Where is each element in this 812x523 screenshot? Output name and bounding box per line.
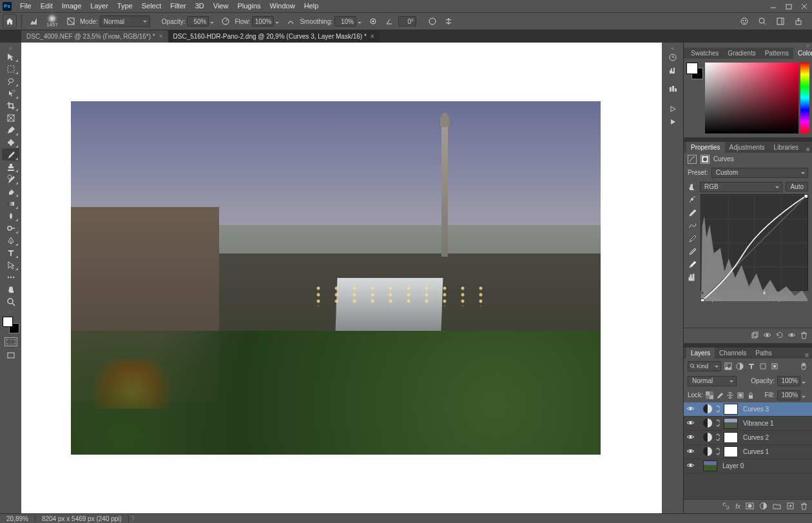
group-icon[interactable] (773, 502, 781, 511)
trash-icon[interactable] (800, 331, 808, 340)
visibility-toggle[interactable] (686, 433, 695, 442)
tab-layers[interactable]: Layers (686, 348, 715, 359)
visibility-icon[interactable] (788, 331, 796, 340)
healing-tool[interactable] (2, 136, 19, 148)
lock-pos-icon[interactable] (726, 391, 734, 399)
tab-adjustments[interactable]: Adjustments (725, 142, 769, 153)
lock-pixels-icon[interactable] (716, 391, 724, 399)
history-icon[interactable] (665, 52, 681, 63)
quick-select-tool[interactable] (2, 87, 19, 99)
blur-tool[interactable] (2, 210, 19, 222)
mask-thumb[interactable] (724, 432, 738, 443)
filter-pixel-icon[interactable] (724, 362, 733, 371)
share-icon[interactable] (791, 14, 806, 28)
new-layer-icon[interactable] (786, 502, 795, 511)
layer-opacity-input[interactable]: 100% (777, 376, 800, 386)
layer-row[interactable]: Curves 3 (684, 402, 812, 417)
quick-mask-button[interactable] (5, 337, 17, 346)
brush-preset-picker[interactable]: 1457 (43, 14, 62, 29)
zoom-level[interactable]: 20,89% (0, 515, 35, 522)
color-field[interactable] (705, 63, 798, 133)
curves-graph[interactable] (701, 194, 808, 291)
layer-row[interactable]: Curves 1 (684, 445, 812, 459)
layer-row[interactable]: Layer 0 (684, 459, 812, 473)
actions-icon[interactable] (665, 103, 681, 115)
doc-dimensions[interactable]: 8204 px x 5469 px (240 ppi) (35, 515, 129, 522)
brush-tool[interactable] (2, 148, 19, 161)
sample-black-tool[interactable] (688, 260, 697, 269)
foreground-background-swatch[interactable] (3, 317, 19, 333)
edit-toolbar[interactable]: ⋯ (3, 309, 19, 314)
tab-close-icon[interactable]: × (159, 33, 163, 40)
menu-window[interactable]: Window (266, 0, 300, 12)
menu-help[interactable]: Help (300, 0, 324, 12)
history-brush-tool[interactable] (2, 173, 19, 185)
tab-properties[interactable]: Properties (686, 142, 725, 153)
menu-select[interactable]: Select (137, 0, 166, 12)
panel-collapse[interactable]: » (684, 43, 812, 48)
pressure-size-button[interactable] (425, 14, 440, 28)
lasso-tool[interactable] (2, 75, 19, 87)
lock-trans-icon[interactable] (706, 391, 713, 399)
sample-white-tool[interactable] (688, 234, 697, 243)
eraser-tool[interactable] (2, 185, 19, 197)
pressure-opacity-button[interactable] (218, 14, 233, 28)
toolbox-handle[interactable]: » (3, 45, 19, 50)
home-button[interactable] (3, 14, 17, 28)
fx-icon[interactable]: fx (735, 503, 740, 510)
layer-row[interactable]: Curves 2 (684, 431, 812, 445)
menu-edit[interactable]: Edit (36, 0, 57, 12)
adj-layer-icon[interactable] (759, 502, 768, 511)
link-layers-icon[interactable] (722, 502, 730, 511)
menu-view[interactable]: View (209, 0, 233, 12)
menu-layer[interactable]: Layer (86, 0, 113, 12)
link-icon[interactable] (715, 404, 721, 413)
type-tool[interactable] (2, 246, 19, 259)
path-select-tool[interactable] (2, 259, 19, 271)
minimize-button[interactable] (766, 0, 781, 12)
crop-tool[interactable] (2, 99, 19, 112)
workspace-icon[interactable] (773, 14, 788, 28)
eyedropper-tool[interactable] (2, 124, 19, 136)
tool-preset-button[interactable] (26, 14, 41, 28)
mask-thumb[interactable] (724, 404, 738, 415)
move-tool[interactable] (2, 50, 19, 63)
curve-smooth-tool[interactable] (688, 221, 697, 230)
smoothing-input[interactable]: 10% (334, 16, 364, 26)
search-icon[interactable] (755, 14, 769, 28)
blend-mode-dropdown[interactable]: Normal (100, 15, 150, 27)
filter-type-icon[interactable] (747, 362, 756, 371)
lock-artboard-icon[interactable] (737, 391, 744, 399)
layer-row[interactable]: Vibrance 1 (684, 417, 812, 431)
menu-type[interactable]: Type (113, 0, 137, 12)
strip-handle[interactable]: « (664, 45, 681, 50)
panel-menu-icon[interactable]: ≡ (802, 351, 812, 359)
delete-layer-icon[interactable] (800, 502, 808, 511)
visibility-toggle[interactable] (686, 461, 695, 470)
ellipsis-tool[interactable] (2, 271, 19, 283)
panel-menu-icon[interactable]: ≡ (803, 146, 812, 153)
tab-color[interactable]: Color (793, 48, 812, 59)
status-menu-arrow[interactable]: 〉 (129, 514, 140, 523)
visibility-toggle[interactable] (686, 447, 695, 456)
canvas[interactable] (21, 43, 662, 513)
tab-gradients[interactable]: Gradients (723, 48, 760, 59)
curve-point-tool[interactable] (688, 195, 697, 204)
filter-kind-dropdown[interactable]: Kind (688, 361, 721, 371)
symmetry-button[interactable] (441, 14, 456, 28)
flow-input[interactable]: 100% (252, 16, 282, 26)
tab-paths[interactable]: Paths (751, 348, 777, 359)
angle-icon[interactable] (382, 14, 396, 28)
finger-icon[interactable] (688, 183, 697, 192)
filter-smart-icon[interactable] (770, 362, 779, 371)
cloud-docs-icon[interactable] (737, 14, 751, 28)
maximize-button[interactable] (781, 0, 797, 12)
filter-shape-icon[interactable] (759, 362, 768, 371)
menu-file[interactable]: File (15, 0, 36, 12)
menu-plugins[interactable]: Plugins (233, 0, 265, 12)
auto-button[interactable]: Auto (786, 182, 808, 192)
opacity-input[interactable]: 50% (187, 16, 217, 26)
channel-dropdown[interactable]: RGB (700, 182, 782, 192)
zoom-tool[interactable] (2, 295, 19, 308)
tab-close-icon[interactable]: × (371, 33, 374, 40)
